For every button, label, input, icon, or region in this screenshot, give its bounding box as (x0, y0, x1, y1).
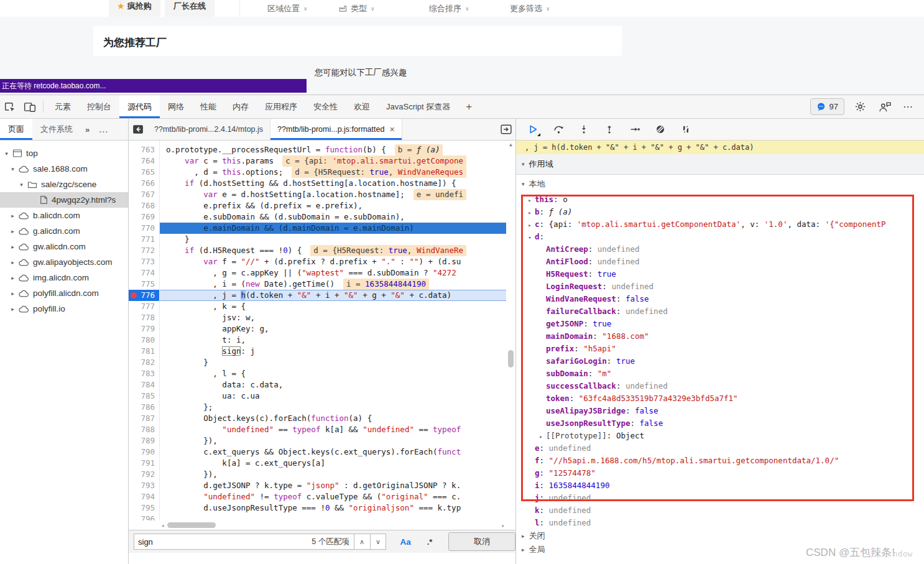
filter-dropdown[interactable]: 类型∨ (339, 0, 375, 17)
line-number[interactable]: 788 (129, 424, 159, 435)
code-line[interactable]: var e = d.hostSetting[a.location.hostnam… (160, 189, 506, 200)
line-number[interactable]: 791 (129, 458, 159, 469)
tree-item[interactable]: ▸g.alicdn.com (0, 223, 128, 239)
devtools-tab[interactable]: JavaScript 探查器 (378, 95, 458, 118)
line-number[interactable]: 784 (129, 379, 159, 391)
line-number[interactable]: 774 (129, 267, 159, 279)
chevron-right-icon[interactable]: ▸ (9, 228, 17, 234)
more-options-icon[interactable]: ⋯ (903, 101, 913, 113)
tree-item[interactable]: ▸gw.alicdn.com (0, 239, 128, 254)
scroll-right-icon[interactable]: ▸ (502, 522, 505, 529)
next-match-button[interactable]: ∨ (371, 534, 387, 550)
line-number[interactable]: 794 (129, 491, 159, 502)
code-line[interactable]: var c = this.paramsc = {api: 'mtop.ali.s… (160, 155, 506, 167)
chevron-right-icon[interactable]: ▸ (9, 275, 17, 281)
line-number[interactable]: 796 (129, 514, 159, 520)
tree-item[interactable]: ▸polyfill.io (0, 301, 128, 317)
code-line[interactable]: jsv: w, (160, 312, 506, 323)
line-number[interactable]: 792 (129, 469, 159, 480)
scope-local-header[interactable]: ▾ 本地 (516, 175, 924, 193)
tree-item[interactable]: ▾sale.1688.com (0, 161, 128, 177)
pause-on-exceptions-button[interactable] (680, 124, 691, 135)
tree-item[interactable]: ▾top (0, 146, 128, 161)
scope-variable[interactable]: ▸this: o (516, 193, 924, 206)
search-input[interactable] (134, 537, 312, 547)
step-out-button[interactable] (604, 124, 615, 135)
editor-tab[interactable]: ??mtb/lib-promi...2.4.14/mtop.js (147, 119, 270, 140)
devtools-tab[interactable]: 控制台 (79, 95, 119, 118)
step-over-button[interactable] (553, 124, 564, 135)
line-number[interactable]: 780 (129, 335, 159, 346)
factory-online-button[interactable]: 厂长在线 (165, 0, 215, 17)
code-line[interactable]: , i = (new Date).getTime()i = 1635844844… (160, 279, 506, 290)
scroll-up-icon[interactable]: ▲ (506, 142, 515, 147)
regex-toggle[interactable]: .* (427, 537, 433, 547)
code-line[interactable]: Object.keys(c).forEach(function(a) { (160, 413, 506, 424)
line-number[interactable]: 776 (129, 290, 159, 301)
code-line[interactable]: appKey: g, (160, 323, 506, 335)
code-line[interactable]: sign: j (160, 346, 506, 357)
inspect-element-icon[interactable] (0, 95, 20, 118)
devtools-tab[interactable]: 性能 (192, 95, 224, 118)
line-number[interactable]: 786 (129, 402, 159, 413)
code-line[interactable]: , g = c.appKey || ("waptest" === d.subDo… (160, 267, 506, 279)
code-line[interactable]: } (160, 357, 506, 368)
gutter[interactable]: 7637647657667677687697707717727737747757… (129, 141, 160, 520)
horizontal-scroll-thumb[interactable] (167, 522, 216, 528)
code-line[interactable]: }), (160, 469, 506, 480)
feedback-icon[interactable] (879, 101, 892, 113)
scope-variable[interactable]: ▸[[Prototype]]: Object (516, 430, 924, 442)
devtools-tab[interactable]: 欢迎 (346, 95, 378, 118)
chevron-right-icon[interactable]: ▸ (9, 259, 17, 266)
line-number[interactable]: 785 (129, 391, 159, 402)
code-line[interactable]: ua: c.ua (160, 391, 506, 402)
code-line[interactable]: "undefined" != typeof c.valueType && ("o… (160, 491, 506, 502)
chevron-right-icon[interactable]: ▸ (536, 430, 546, 442)
line-number[interactable]: 783 (129, 368, 159, 379)
chevron-right-icon[interactable]: ▸ (9, 213, 17, 219)
match-case-toggle[interactable]: Aa (400, 537, 410, 547)
chevron-right-icon[interactable]: ▸ (9, 290, 17, 297)
chevron-right-icon[interactable]: ▸ (525, 219, 535, 231)
code-line[interactable]: }), (160, 435, 506, 446)
settings-icon[interactable] (854, 101, 866, 113)
chevron-down-icon[interactable]: ▾ (2, 150, 11, 157)
scroll-left-icon[interactable]: ◂ (161, 522, 164, 529)
chevron-down-icon[interactable]: ▾ (525, 231, 535, 243)
line-number[interactable]: 775 (129, 279, 159, 290)
line-number[interactable]: 777 (129, 301, 159, 312)
code-editor[interactable]: 7637647657667677687697707717727737747757… (129, 141, 515, 530)
line-number[interactable]: 768 (129, 200, 159, 211)
cancel-button[interactable]: 取消 (448, 532, 515, 551)
search-input-box[interactable]: 5 个匹配项 (134, 534, 354, 550)
code-line[interactable]: if (d.H5Request === !0) {d = {H5Request:… (160, 245, 506, 256)
code-line[interactable] (160, 514, 506, 520)
line-number[interactable]: 766 (129, 178, 159, 189)
line-number[interactable]: 773 (129, 256, 159, 267)
code-line[interactable]: var f = "//" + (d.prefix ? d.prefix + ".… (160, 256, 506, 267)
chevron-right-icon[interactable]: ▸ (525, 194, 535, 206)
line-number[interactable]: 782 (129, 357, 159, 368)
tree-item[interactable]: 4pwgqz2y.html?s (0, 192, 128, 208)
filter-dropdown[interactable]: 综合排序∨ (429, 0, 469, 17)
new-devtools-tab-button[interactable]: + (458, 95, 479, 118)
code-line[interactable]: k[a] = c.ext_querys[a] (160, 458, 506, 469)
deactivate-breakpoints-button[interactable] (655, 124, 666, 135)
line-number[interactable]: 779 (129, 323, 159, 335)
step-into-button[interactable] (578, 124, 589, 135)
filter-dropdown[interactable]: 区域位置∨ (267, 0, 308, 17)
horizontal-scrollbar[interactable]: ◂ ▸ (160, 520, 506, 530)
close-tab-icon[interactable]: × (389, 124, 394, 134)
tree-item[interactable]: ▸polyfill.alicdn.com (0, 285, 128, 301)
issues-badge[interactable]: 97 (810, 98, 844, 115)
tree-item[interactable]: ▸b.alicdn.com (0, 208, 128, 223)
scope-variable[interactable]: ▸b: ƒ (a) (516, 206, 924, 218)
code-line[interactable]: if (d.hostSetting && d.hostSetting[a.loc… (160, 178, 506, 189)
code-line[interactable]: e.prefix && (d.prefix = e.prefix), (160, 200, 506, 211)
line-number[interactable]: 767 (129, 189, 159, 200)
line-number[interactable]: 763 (129, 144, 159, 155)
editor-tab[interactable]: ??mtb/lib-promi...p.js:formatted× (270, 119, 402, 140)
chevron-right-icon[interactable]: ▸ (9, 244, 17, 250)
line-number[interactable]: 770 (129, 223, 159, 234)
code-line[interactable]: , l = { (160, 368, 506, 379)
